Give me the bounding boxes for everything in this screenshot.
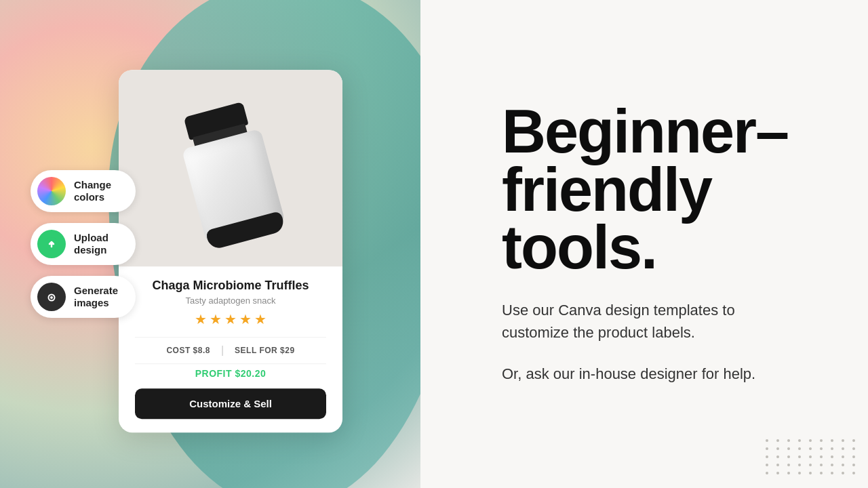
profit-label: PROFIT $20.20 (135, 368, 326, 379)
dot (798, 455, 801, 458)
dot (831, 464, 833, 466)
dot (820, 472, 823, 474)
dot (852, 447, 855, 450)
jar-illustration (170, 98, 290, 252)
generate-images-button[interactable]: Generateimages (31, 276, 136, 318)
dot (766, 472, 768, 474)
dot (831, 447, 833, 450)
dot (852, 455, 855, 458)
dot (776, 447, 779, 450)
dot (776, 439, 779, 442)
dot (842, 439, 844, 442)
dot (831, 439, 833, 442)
dot (798, 447, 801, 450)
dots-grid (766, 439, 858, 474)
change-colors-label: Changecolors (74, 179, 111, 203)
right-content: Beginner– friendly tools. Use our Canva … (448, 0, 868, 488)
dot (776, 455, 779, 458)
dot (787, 447, 790, 450)
product-image-area (119, 70, 342, 266)
star-4: ★ (239, 311, 252, 327)
dot (776, 464, 779, 466)
upload-icon (37, 230, 66, 258)
dot (842, 447, 844, 450)
upload-design-button[interactable]: Uploaddesign (31, 223, 136, 265)
svg-rect-3 (49, 291, 54, 293)
dot (831, 455, 833, 458)
dot (852, 472, 855, 474)
dot (809, 439, 812, 442)
generate-images-label: Generateimages (74, 285, 118, 309)
dot (798, 439, 801, 442)
dot (852, 439, 855, 442)
dot (766, 447, 768, 450)
dot (766, 464, 768, 466)
dot (787, 455, 790, 458)
dot (831, 472, 833, 474)
dot (809, 447, 812, 450)
star-1: ★ (195, 311, 207, 327)
dot (766, 455, 768, 458)
cost-label: COST $8.8 (166, 346, 210, 355)
dot (820, 455, 823, 458)
customize-sell-button[interactable]: Customize & Sell (135, 388, 326, 419)
dot (820, 439, 823, 442)
dot (766, 439, 768, 442)
dot (809, 472, 812, 474)
star-3: ★ (224, 311, 237, 327)
description-2: Or, ask our in-house designer for help. (502, 363, 760, 385)
dot (798, 464, 801, 466)
svg-point-4 (50, 296, 53, 299)
dot (787, 464, 790, 466)
star-2: ★ (210, 311, 222, 327)
dot (809, 464, 812, 466)
upload-design-label: Uploaddesign (74, 232, 108, 256)
dot (852, 464, 855, 466)
dot (798, 472, 801, 474)
dot (842, 472, 844, 474)
dot (842, 455, 844, 458)
sell-label: SELL FOR $29 (235, 346, 294, 355)
tool-buttons-panel: Changecolors Uploaddesign Generateimages (31, 170, 136, 318)
description-1: Use our Canva design templates to custom… (502, 299, 787, 344)
heading-line3: tools. (502, 214, 656, 281)
color-wheel-icon (37, 177, 66, 205)
product-subtitle: Tasty adaptogen snack (135, 296, 326, 306)
star-5: ★ (254, 311, 267, 327)
product-card: Chaga Microbiome Truffles Tasty adaptoge… (119, 70, 342, 432)
price-divider: | (221, 344, 224, 357)
pricing-row: COST $8.8 | SELL FOR $29 (135, 337, 326, 364)
dot (820, 464, 823, 466)
dot (820, 447, 823, 450)
camera-icon (37, 283, 66, 311)
main-heading: Beginner– friendly tools. (502, 103, 814, 277)
dot (787, 472, 790, 474)
product-name: Chaga Microbiome Truffles (135, 279, 326, 293)
dot (842, 464, 844, 466)
dot (776, 472, 779, 474)
dot (787, 439, 790, 442)
star-rating: ★ ★ ★ ★ ★ (135, 311, 326, 327)
dot (809, 455, 812, 458)
change-colors-button[interactable]: Changecolors (31, 170, 136, 212)
card-info: Chaga Microbiome Truffles Tasty adaptoge… (119, 266, 342, 432)
dot-grid-decoration (766, 439, 858, 474)
